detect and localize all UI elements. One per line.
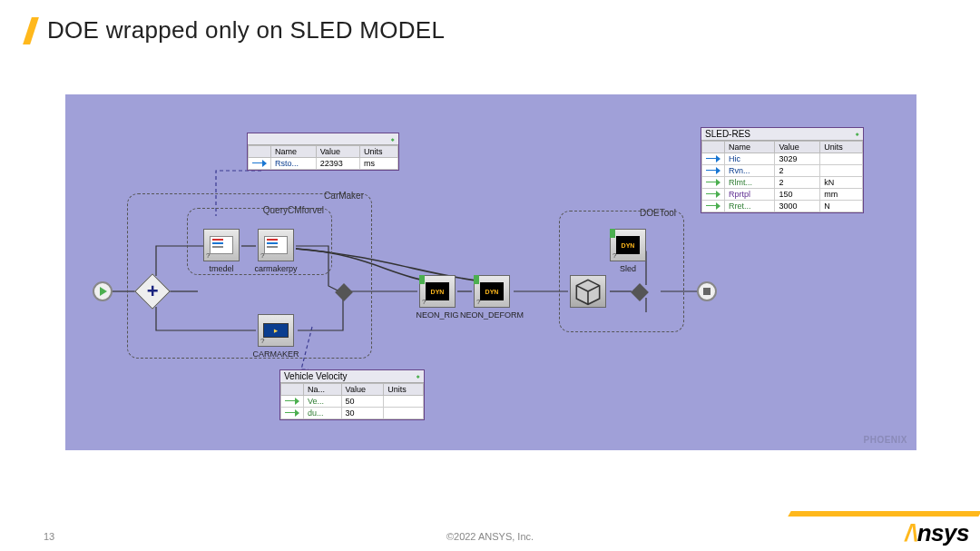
node-tmedel[interactable]: ? tmedel [203,229,240,261]
tooltip-velocity-title: Vehicle Velocity [284,371,348,381]
tooltip-runtime[interactable]: ⬥ NameValueUnits Rsto...22393ms [247,133,399,171]
node-carmaker-label: CARMAKER [252,349,299,359]
footer: 13 ©2022 ANSYS, Inc. /\nsys [0,511,980,551]
node-carmaker[interactable]: ?▶ CARMAKER [258,314,294,347]
title-accent-icon [23,17,39,44]
group-doe-label: DOETool [640,208,676,218]
tooltip-sled-table: NameValueUnits Hic3029 Rvn...2 Rlmt...2k… [701,141,863,212]
node-neon-rig-label: NEON_RIG [416,310,458,320]
node-carmakerpy-label: carmakerpy [254,264,297,273]
node-carmakerpy[interactable]: ? carmakerpy [258,229,294,261]
group-carmaker-label: CarMaker [324,191,364,201]
tooltip-sled-res[interactable]: SLED-RES⬥ NameValueUnits Hic3029 Rvn...2… [701,127,864,213]
node-sled-label: Sled [620,264,636,273]
pin-icon[interactable]: ⬥ [855,129,859,139]
group-query-label: QueryCMforvel [263,205,324,215]
pin-icon[interactable]: ⬥ [416,371,420,381]
page-number: 13 [44,531,54,542]
node-tmedel-label: tmedel [209,264,233,273]
end-node[interactable] [697,281,717,301]
node-neon-deform[interactable]: ? DYN NEON_DEFORM [474,275,510,308]
tooltip-velocity-table: Na...ValueUnits Ve...50 du...30 [280,383,424,419]
node-neon-deform-label: NEON_DEFORM [460,310,524,320]
tooltip-runtime-table: NameValueUnits Rsto...22393ms [248,145,398,170]
start-node[interactable] [93,281,113,301]
tooltip-velocity[interactable]: Vehicle Velocity⬥ Na...ValueUnits Ve...5… [279,369,425,420]
ansys-logo: /\nsys [905,519,969,547]
slide-title: DOE wrapped only on SLED MODEL [47,16,445,44]
workflow-canvas[interactable]: + CarMaker QueryCMforvel ? tmedel ? carm… [65,94,916,450]
tooltip-sled-title: SLED-RES [705,129,750,139]
title-bar: DOE wrapped only on SLED MODEL [27,16,445,44]
pin-icon[interactable]: ⬥ [390,134,395,143]
footer-accent-icon [788,511,980,517]
node-neon-rig[interactable]: ? DYN NEON_RIG [419,275,456,308]
watermark-phoenix: PHOENIX [863,435,907,445]
copyright: ©2022 ANSYS, Inc. [446,531,534,542]
node-sled[interactable]: ? DYN Sled [610,229,646,261]
